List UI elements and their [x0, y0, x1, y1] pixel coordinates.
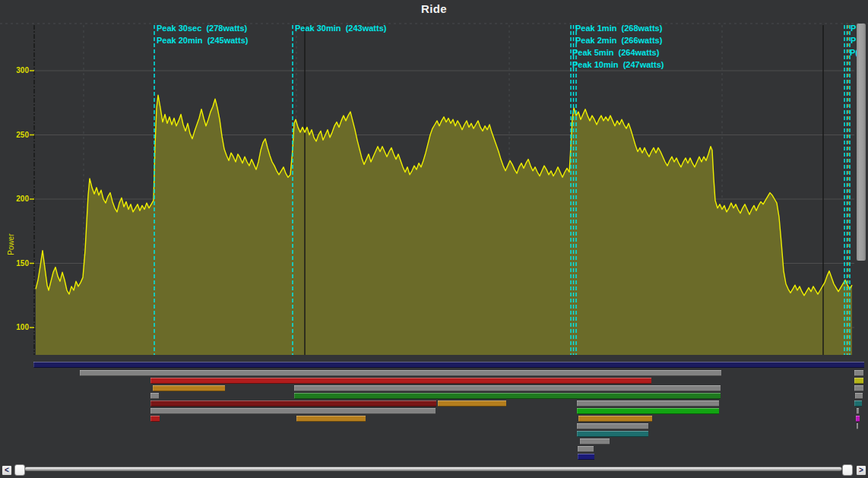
interval-bar[interactable] [578, 454, 594, 460]
y-axis-tick-label: 250 [2, 131, 29, 140]
interval-bar[interactable] [856, 416, 860, 422]
interval-bar[interactable] [854, 378, 863, 384]
interval-bar[interactable] [855, 393, 863, 399]
interval-bar[interactable] [294, 393, 721, 399]
interval-bar[interactable] [578, 416, 652, 422]
span-slider-track[interactable] [24, 467, 842, 471]
interval-bar[interactable] [80, 370, 721, 376]
peak-annotation: Peak 10min (247watts) [572, 60, 664, 70]
y-axis-tick-label: 200 [2, 195, 29, 204]
peak-annotation: Peak 30sec (278watts) [157, 24, 247, 33]
y-axis-tick-label: 300 [2, 66, 29, 75]
y-axis-title: Power [7, 230, 15, 260]
interval-bar[interactable] [153, 385, 225, 391]
interval-bar[interactable] [150, 393, 159, 399]
y-axis-tick-label: 150 [2, 259, 29, 268]
interval-bar[interactable] [857, 423, 858, 429]
interval-bar[interactable] [150, 400, 436, 407]
peak-annotation: Peak 2min (266watts) [575, 36, 662, 46]
peak-annotation: Peak 30min (243watts) [295, 24, 386, 33]
span-slider-left-handle[interactable] [14, 464, 25, 476]
interval-bar[interactable] [150, 408, 436, 414]
peak-annotation: P [851, 36, 856, 46]
y-axis-tick-label: 100 [2, 323, 29, 332]
power-area-fill [36, 95, 852, 355]
ride-chart-window: Ride Power 300250200150100 Peak 30sec (2… [0, 0, 868, 478]
interval-bar[interactable] [854, 370, 863, 376]
interval-bar[interactable] [577, 400, 719, 407]
interval-bar[interactable] [150, 416, 160, 422]
peak-annotation: Peak 5min (264watts) [572, 48, 659, 58]
interval-bar[interactable] [296, 416, 366, 422]
vertical-scrollbar-thumb[interactable] [857, 24, 866, 261]
interval-bar[interactable] [578, 446, 594, 452]
interval-bar[interactable] [854, 400, 862, 407]
interval-bar[interactable] [577, 408, 719, 414]
interval-bar[interactable] [580, 438, 610, 445]
interval-bar[interactable] [33, 362, 864, 368]
slider-right-arrow-button[interactable]: > [856, 465, 866, 476]
interval-bar[interactable] [150, 378, 651, 384]
slider-left-arrow-button[interactable]: < [2, 465, 12, 476]
interval-bar[interactable] [577, 423, 648, 429]
interval-bar[interactable] [854, 385, 863, 391]
peak-annotation: P [851, 24, 856, 33]
span-slider-right-handle[interactable] [842, 464, 853, 476]
interval-bar[interactable] [857, 408, 859, 414]
power-chart-svg[interactable] [0, 0, 868, 357]
interval-bar[interactable] [294, 385, 721, 391]
peak-annotation: Peak 20min (245watts) [157, 36, 248, 46]
peak-annotation: Peak 1min (268watts) [575, 24, 662, 33]
interval-bar[interactable] [577, 431, 648, 437]
interval-bar[interactable] [438, 400, 506, 407]
